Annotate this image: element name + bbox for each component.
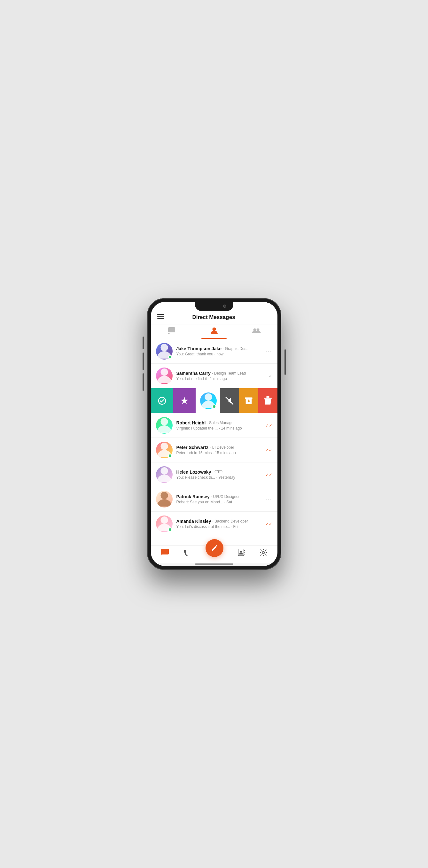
message-status-icon: ✓✓ [265,448,272,453]
svg-rect-0 [157,314,164,315]
list-item[interactable]: Patrick Ramsey · UI/UX Designer Robert: … [151,487,277,512]
list-item[interactable]: Peter Schwartz · UI Developer Peter: brb… [151,438,277,462]
contact-role: · UI Developer [210,445,234,450]
conv-meta: ✓✓ [265,448,272,453]
contact-role: · Design Team Lead [212,371,246,375]
archive-action[interactable] [239,388,258,413]
list-item[interactable]: Helen Lozowsky · CTO You: Please check t… [151,462,277,487]
svg-rect-4 [168,333,170,334]
nav-contacts[interactable] [238,549,245,556]
contact-name: Jake Thompson Jake [177,346,222,351]
conv-meta: ✓✓ [265,472,272,477]
mark-read-action[interactable] [151,388,173,413]
avatar [156,368,173,384]
conv-content: Robert Heighl · Sales Manager Virginia: … [177,420,263,431]
svg-rect-2 [157,318,164,319]
online-indicator [168,355,172,359]
tab-bar [151,324,277,339]
online-indicator [212,405,216,408]
mute-action[interactable] [220,388,239,413]
conv-name-row: Patrick Ramsey · UI/UX Designer [177,494,264,499]
contact-name: Peter Schwartz [177,445,208,450]
menu-icon[interactable] [157,313,164,321]
conv-meta: ✓ [269,374,272,378]
message-status-icon: ✓✓ [265,423,272,428]
list-item-swiped: John Picklaw · Content Tea John: Let's p… [151,388,277,413]
list-item[interactable]: Jake Thompson Jake · Graphic Des... You:… [151,339,277,364]
delete-action[interactable] [258,388,277,413]
compose-fab[interactable] [206,539,223,557]
avatar [156,491,173,507]
tab-contacts[interactable] [193,327,235,339]
contact-role: · Graphic Des... [223,346,249,351]
online-indicator [168,454,172,458]
avatar-wrap [156,368,173,384]
conv-meta: ··· [266,348,272,354]
chat-icon [168,327,176,336]
phone-frame: Direct Messages [147,298,281,570]
contact-name: Patrick Ramsey [177,494,210,499]
conv-content: Jake Thompson Jake · Graphic Des... You:… [177,346,264,356]
message-status-icon: ✓✓ [265,522,272,526]
left-swipe-actions [151,388,195,413]
home-indicator [195,563,233,565]
svg-rect-13 [245,398,252,399]
right-swipe-actions [220,388,277,413]
conv-content: Amanda Kinsley · Backend Developer You: … [177,519,263,529]
svg-rect-3 [168,327,175,332]
contact-role: · CTO [212,470,222,474]
conversation-list: Jake Thompson Jake · Graphic Des... You:… [151,339,277,545]
last-message: You: Let's discuss it at the me... · Fri [177,524,263,529]
avatar-wrap [156,466,173,483]
contact-name: Helen Lozowsky [177,469,211,474]
avatar-wrap [156,442,173,458]
svg-point-28 [262,552,264,554]
svg-point-19 [160,467,168,474]
svg-point-10 [158,397,165,404]
list-item[interactable]: Robert Heighl · Sales Manager Virginia: … [151,413,277,438]
list-item[interactable]: Samantha Carry · Design Team Lead You: L… [151,364,277,388]
avatar-wrap [200,393,217,409]
nav-settings[interactable] [260,549,267,556]
conv-name-row: Peter Schwartz · UI Developer [177,445,263,450]
avatar-wrap [156,343,173,360]
conv-name-row: Amanda Kinsley · Backend Developer [177,519,263,524]
avatar-wrap [156,516,173,532]
svg-rect-15 [264,398,272,399]
nav-messages[interactable] [161,549,170,556]
avatar-wrap [156,491,173,507]
conv-item-inner[interactable]: John Picklaw · Content Tea John: Let's p… [195,388,220,413]
more-icon[interactable]: ··· [266,348,272,354]
phone-screen: Direct Messages [151,302,277,566]
camera [223,305,226,308]
pin-action[interactable] [173,388,195,413]
svg-point-8 [160,344,168,351]
person-icon [211,327,218,336]
tab-chats[interactable] [151,327,193,338]
svg-point-5 [212,328,216,331]
groups-icon [252,328,261,336]
svg-point-11 [205,394,212,401]
nav-calls[interactable] [184,549,191,556]
conv-meta: ✓✓ [265,522,272,526]
more-icon[interactable]: ··· [266,496,272,502]
list-item[interactable]: Amanda Kinsley · Backend Developer You: … [151,512,277,536]
last-message: You: Please check th... · Yesterday [177,475,263,480]
bottom-nav [151,545,277,563]
contact-role: · Sales Manager [207,421,235,425]
last-message: You: Great, thank you · now [177,352,264,356]
conv-content: Patrick Ramsey · UI/UX Designer Robert: … [177,494,264,504]
tab-groups[interactable] [235,328,277,338]
online-indicator [168,528,172,531]
svg-rect-22 [161,549,169,555]
svg-point-18 [160,443,168,450]
last-message: Virginia: I updated the ... · 14 mins ag… [177,426,263,431]
conv-name-row: Samantha Carry · Design Team Lead [177,371,266,376]
conv-meta: ··· [266,496,272,502]
contact-name: Samantha Carry [177,371,211,376]
conv-name-row: Jake Thompson Jake · Graphic Des... [177,346,264,351]
contact-name: Robert Heighl [177,420,206,425]
message-status-icon: ✓✓ [265,472,272,477]
conv-content: Peter Schwartz · UI Developer Peter: brb… [177,445,263,455]
svg-rect-1 [157,316,164,317]
